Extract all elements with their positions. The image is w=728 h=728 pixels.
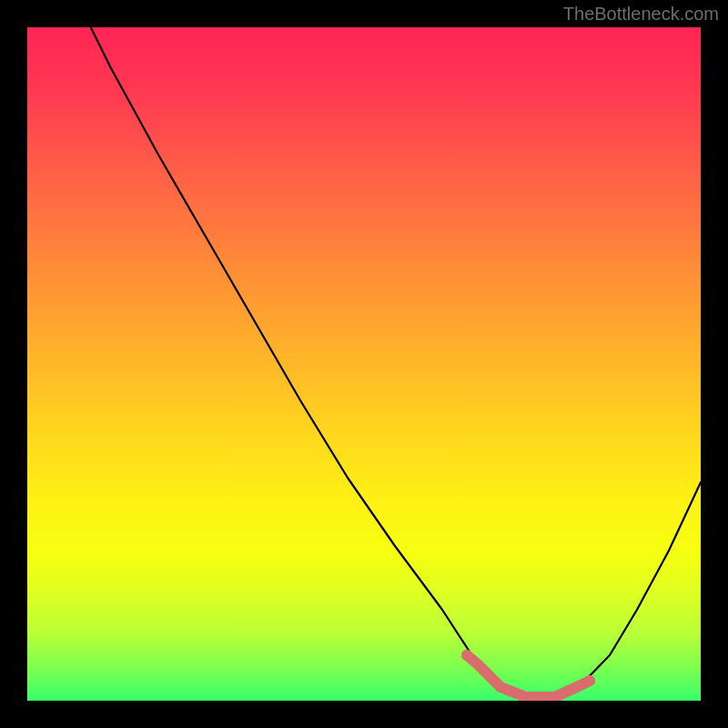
watermark-text: TheBottleneck.com bbox=[563, 4, 719, 25]
chart-plot-area bbox=[27, 27, 701, 701]
bottleneck-curve bbox=[27, 27, 701, 701]
curve-path bbox=[64, 27, 701, 697]
